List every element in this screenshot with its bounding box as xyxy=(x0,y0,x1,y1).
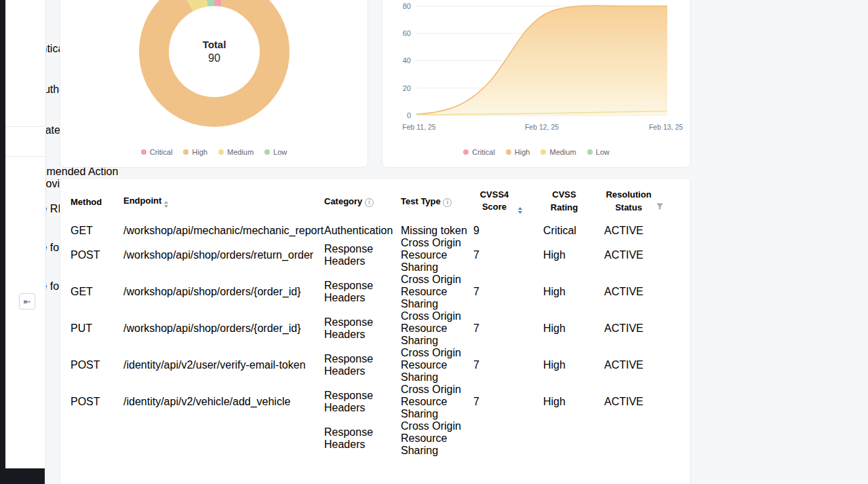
low-dot-icon xyxy=(587,149,593,155)
filter-icon[interactable] xyxy=(656,202,664,210)
cvss-rating-badge[interactable]: Critical xyxy=(543,225,576,236)
endpoint-cell: /workshop/api/shop/orders/{order_id} xyxy=(123,322,324,335)
method-badge: POST xyxy=(71,359,100,371)
cvss-rating-badge: High xyxy=(543,359,566,371)
cvss4-score-badge: 7 xyxy=(473,359,479,371)
col-category: Category i xyxy=(324,196,401,207)
col-resolution-status[interactable]: Resolution Status xyxy=(604,189,686,215)
legend-item-high: High xyxy=(506,148,530,156)
trend-legend: Critical High Medium Low xyxy=(382,148,690,156)
info-icon[interactable]: i xyxy=(443,198,452,207)
resolution-status-badge: ACTIVE xyxy=(604,396,644,407)
test-type-cell: Cross Origin Resource Sharing xyxy=(401,347,473,384)
resolution-status-badge: ACTIVE xyxy=(604,322,644,334)
legend-item-low: Low xyxy=(587,148,610,156)
table-row[interactable]: POST /identity/api/v2/vehicle/add_vehicl… xyxy=(60,384,690,420)
table-row[interactable]: POST /workshop/api/shop/orders/return_or… xyxy=(60,237,690,274)
legend-label: Critical xyxy=(472,148,495,156)
donut-legend: Critical High Medium Low xyxy=(60,148,368,156)
test-type-cell: Cross Origin Resource Sharing xyxy=(401,274,473,310)
medium-dot-icon xyxy=(540,149,546,155)
legend-label: Low xyxy=(596,148,610,156)
sort-icon-endpoint[interactable] xyxy=(164,200,168,208)
legend-item-low: Low xyxy=(264,148,287,156)
y-axis-tick: 80 xyxy=(403,2,411,10)
col-test-type-label: Test Type xyxy=(401,196,441,206)
y-axis-tick: 60 xyxy=(403,29,411,37)
severity-donut-chart[interactable]: Total 90 xyxy=(139,0,290,127)
cvss-rating-badge: High xyxy=(543,249,566,261)
table-row[interactable]: PUT /workshop/api/shop/orders/{order_id}… xyxy=(60,310,690,347)
legend-item-critical: Critical xyxy=(141,148,173,156)
col-cvss4-score[interactable]: CVSS4 Score xyxy=(473,189,543,215)
info-icon[interactable]: i xyxy=(365,198,374,207)
legend-label: Critical xyxy=(150,148,173,156)
critical-dot-icon xyxy=(463,149,469,155)
endpoint-cell: /identity/api/v2/user/verify-email-token xyxy=(123,359,324,371)
cvss4-score-badge: 9 xyxy=(473,225,479,236)
legend-label: Medium xyxy=(227,148,254,156)
method-badge: POST xyxy=(71,249,100,261)
cvss-rating-badge: High xyxy=(543,286,566,297)
legend-item-medium: Medium xyxy=(218,148,254,156)
legend-label: High xyxy=(515,148,530,156)
sidebar-divider xyxy=(5,126,45,127)
cvss4-score-badge: 7 xyxy=(473,322,479,334)
critical-dot-icon xyxy=(141,149,146,155)
legend-item-high: High xyxy=(183,148,208,156)
table-row[interactable]: GET /workshop/api/mechanic/mechanic_repo… xyxy=(60,225,690,237)
table-row[interactable]: Response Headers Cross Origin Resource S… xyxy=(60,420,690,457)
test-type-cell: Cross Origin Resource Sharing xyxy=(401,310,473,347)
col-cvss-rating: CVSS Rating xyxy=(543,189,604,215)
medium-dot-icon xyxy=(218,149,224,155)
collapse-icon: ⇤ xyxy=(24,297,31,307)
category-cell: Authentication xyxy=(324,225,401,237)
table-row[interactable]: POST /identity/api/v2/user/verify-email-… xyxy=(60,347,690,384)
resolution-status-badge: ACTIVE xyxy=(604,286,644,297)
collapsed-sidebar: ⇤ xyxy=(5,0,46,484)
x-axis-tick: Feb 11, 25 xyxy=(402,123,436,131)
y-axis-tick: 20 xyxy=(403,84,411,92)
x-axis-tick: Feb 13, 25 xyxy=(649,123,683,131)
sort-icon-cvss4-score[interactable] xyxy=(518,206,522,215)
cvss-rating-badge: High xyxy=(543,396,566,407)
resolution-status-badge: ACTIVE xyxy=(604,225,644,236)
col-category-label: Category xyxy=(324,196,362,206)
test-type-cell: Cross Origin Resource Sharing xyxy=(401,420,473,457)
cvss-rating-badge: High xyxy=(543,322,566,334)
legend-label: Medium xyxy=(549,148,576,156)
category-cell: Response Headers xyxy=(324,426,401,451)
low-dot-icon xyxy=(264,149,270,155)
sidebar-divider xyxy=(5,156,45,157)
resolution-status-badge: ACTIVE xyxy=(604,249,644,261)
issues-table-card: Method Endpoint Category i Test Type i C… xyxy=(60,178,691,484)
endpoint-cell: /workshop/api/shop/orders/return_order xyxy=(123,249,324,261)
legend-item-critical: Critical xyxy=(463,148,495,156)
table-row[interactable]: GET /workshop/api/shop/orders/{order_id}… xyxy=(60,274,690,310)
sidebar-collapse-button[interactable]: ⇤ xyxy=(19,293,35,310)
col-cvss4-score-label: CVSS4 Score xyxy=(473,189,515,215)
col-endpoint[interactable]: Endpoint xyxy=(123,196,324,208)
high-dot-icon xyxy=(506,149,511,155)
endpoint-cell: /workshop/api/shop/orders/{order_id} xyxy=(123,286,324,298)
test-type-cell: Missing token xyxy=(401,225,473,237)
trend-area-chart[interactable]: 80 60 40 20 0 Feb 11, 25 Feb 12, 25 Feb … xyxy=(382,0,692,140)
method-badge: POST xyxy=(71,396,100,407)
trend-chart-card: 80 60 40 20 0 Feb 11, 25 Feb 12, 25 Feb … xyxy=(382,0,691,168)
left-nav-rail xyxy=(0,0,5,484)
category-cell: Response Headers xyxy=(324,316,401,341)
method-badge: GET xyxy=(71,225,93,236)
donut-total-label: Total xyxy=(203,39,226,50)
endpoint-cell: /workshop/api/mechanic/mechanic_report xyxy=(123,225,324,237)
endpoint-cell: /identity/api/v2/vehicle/add_vehicle xyxy=(123,396,324,408)
cvss4-score-badge: 7 xyxy=(473,286,479,297)
x-axis-tick: Feb 12, 25 xyxy=(525,123,559,131)
legend-label: High xyxy=(192,148,208,156)
method-badge: GET xyxy=(71,286,93,297)
col-resolution-status-label: Resolution Status xyxy=(604,189,653,215)
test-type-cell: Cross Origin Resource Sharing xyxy=(401,384,473,420)
donut-center: Total 90 xyxy=(169,6,260,97)
col-endpoint-label: Endpoint xyxy=(123,196,161,206)
category-cell: Response Headers xyxy=(324,243,401,267)
col-method: Method xyxy=(71,197,123,207)
